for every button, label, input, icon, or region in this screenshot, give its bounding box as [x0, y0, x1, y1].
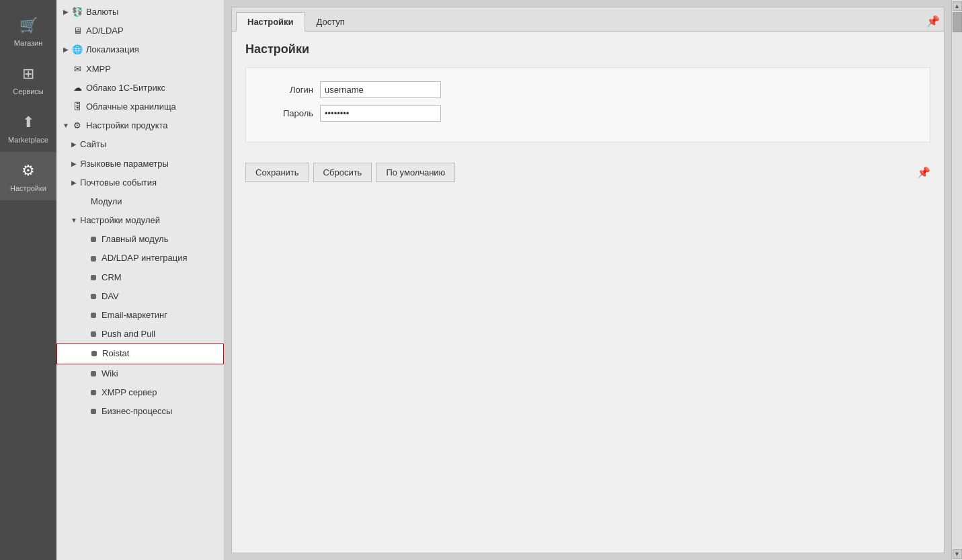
sidebar-icons: 🛒 Магазин ⊞ Сервисы ⬆ Marketplace ⚙ Наст…: [0, 0, 56, 560]
tree-item-xmpp[interactable]: ✉XMPP: [56, 60, 224, 79]
scroll-up[interactable]: ▲: [953, 1, 962, 11]
reset-button[interactable]: Сбросить: [313, 163, 372, 182]
tree-label-roistat: Roistat: [102, 348, 129, 360]
login-row: Логин: [259, 81, 916, 98]
password-label: Пароль: [259, 108, 313, 118]
arrow-icon: ▶: [62, 8, 70, 16]
sidebar-label-services: Сервисы: [13, 87, 44, 95]
tree-label-adldap: AD/LDAP: [86, 25, 124, 37]
spacer: [81, 311, 89, 319]
arrow-icon: ▶: [70, 160, 78, 168]
tree-label-xmpp-server: XMPP сервер: [102, 387, 157, 399]
product-settings-icon: ⚙: [72, 120, 83, 131]
login-input[interactable]: [320, 81, 441, 98]
settings-icon: ⚙: [17, 160, 39, 182]
arrow-icon: ▼: [70, 216, 78, 225]
spacer: [81, 292, 89, 301]
pin-icon-bottom[interactable]: 📌: [917, 166, 930, 179]
tab-access[interactable]: Доступ: [305, 12, 356, 32]
tree-label-main-module: Главный модуль: [102, 233, 168, 245]
tree-item-lang-params[interactable]: ▶Языковые параметры: [56, 155, 224, 173]
tree-label-cloud-storage: Облачные хранилища: [86, 101, 176, 113]
spacer: [81, 389, 89, 397]
tree-item-mail-events[interactable]: ▶Почтовые события: [56, 173, 224, 192]
cloud-storage-icon: 🗄: [72, 102, 83, 112]
tree-label-biz-processes: Бизнес-процессы: [102, 405, 172, 417]
bullet-icon: [91, 409, 96, 414]
password-row: Пароль: [259, 105, 916, 122]
bullet-icon: [91, 237, 96, 242]
save-button[interactable]: Сохранить: [245, 163, 309, 182]
tree-item-module-settings[interactable]: ▼Настройки модулей: [56, 211, 224, 230]
spacer: [62, 84, 70, 92]
scroll-track: [953, 12, 962, 548]
spacer: [81, 235, 89, 243]
tree-label-bitrix-cloud: Облако 1С-Битрикс: [86, 82, 165, 94]
tree-label-crm: CRM: [102, 272, 122, 284]
spacer: [81, 330, 89, 338]
bullet-icon: [91, 313, 96, 318]
adldap-icon: 🖥: [72, 26, 83, 36]
sidebar-item-shop[interactable]: 🛒 Магазин: [0, 7, 56, 55]
scroll-down[interactable]: ▼: [953, 549, 962, 559]
tree-label-wiki: Wiki: [102, 368, 118, 380]
services-icon: ⊞: [17, 63, 39, 85]
login-label: Логин: [259, 85, 313, 95]
tree-item-wiki[interactable]: Wiki: [56, 364, 224, 383]
sidebar-label-settings: Настройки: [10, 184, 46, 192]
sidebar-item-settings[interactable]: ⚙ Настройки: [0, 152, 56, 200]
bullet-icon: [91, 294, 96, 299]
tree-item-push-pull[interactable]: Push and Pull: [56, 325, 224, 344]
xmpp-icon: ✉: [72, 64, 83, 75]
tree-label-adldap-int: AD/LDAP интеграция: [102, 252, 187, 264]
spacer: [62, 65, 70, 73]
sidebar-label-marketplace: Marketplace: [8, 136, 48, 144]
tree-label-modules: Модули: [91, 196, 122, 208]
tree-item-sites[interactable]: ▶Сайты: [56, 135, 224, 154]
spacer: [81, 350, 89, 358]
scroll-thumb[interactable]: [953, 12, 962, 32]
bullet-icon: [91, 371, 96, 376]
bullet-icon: [91, 390, 96, 395]
tree-label-lang-params: Языковые параметры: [80, 158, 169, 170]
tree-item-adldap[interactable]: 🖥AD/LDAP: [56, 22, 224, 40]
tree-item-crm[interactable]: CRM: [56, 268, 224, 287]
spacer: [81, 407, 89, 415]
tree-item-main-module[interactable]: Главный модуль: [56, 230, 224, 249]
tree-item-roistat[interactable]: Roistat: [56, 344, 224, 364]
sidebar-item-services[interactable]: ⊞ Сервисы: [0, 55, 56, 104]
bitrix-cloud-icon: ☁: [72, 83, 83, 93]
tree-label-push-pull: Push and Pull: [102, 328, 155, 340]
arrow-icon: ▶: [70, 141, 78, 149]
tree-item-currencies[interactable]: ▶💱Валюты: [56, 3, 224, 22]
marketplace-icon: ⬆: [17, 112, 39, 133]
arrow-icon: ▼: [62, 122, 70, 130]
spacer: [81, 255, 89, 263]
tree-item-biz-processes[interactable]: Бизнес-процессы: [56, 402, 224, 421]
sidebar-item-marketplace[interactable]: ⬆ Marketplace: [0, 104, 56, 152]
pin-icon-top[interactable]: 📌: [926, 15, 940, 28]
tree-item-xmpp-server[interactable]: XMPP сервер: [56, 383, 224, 402]
tree-label-module-settings: Настройки модулей: [80, 214, 160, 227]
tree-label-currencies: Валюты: [86, 6, 118, 18]
tab-content: Настройки Логин Пароль Сохранить Сбросит…: [232, 32, 944, 553]
tabs-bar: НастройкиДоступ📌: [232, 7, 944, 32]
content-panel: НастройкиДоступ📌 Настройки Логин Пароль …: [231, 7, 945, 553]
tree-item-bitrix-cloud[interactable]: ☁Облако 1С-Битрикс: [56, 79, 224, 97]
tree-item-modules[interactable]: Модули: [56, 192, 224, 211]
tree-item-product-settings[interactable]: ▼⚙Настройки продукта: [56, 116, 224, 135]
tree-item-email-marketing[interactable]: Email-маркетинг: [56, 306, 224, 325]
tree-item-dav[interactable]: DAV: [56, 287, 224, 306]
tree-item-adldap-int[interactable]: AD/LDAP интеграция: [56, 249, 224, 268]
tree-item-localization[interactable]: ▶🌐Локализация: [56, 40, 224, 59]
password-input[interactable]: [320, 105, 441, 122]
tree-label-localization: Локализация: [86, 44, 139, 56]
tree-label-mail-events: Почтовые события: [80, 177, 157, 189]
shop-icon: 🛒: [17, 15, 39, 36]
action-buttons: Сохранить Сбросить По умолчанию 📌: [245, 156, 930, 189]
spacer: [62, 27, 70, 35]
tab-settings[interactable]: Настройки: [236, 12, 305, 32]
tree-item-cloud-storage[interactable]: 🗄Облачные хранилища: [56, 97, 224, 116]
default-button[interactable]: По умолчанию: [376, 163, 455, 182]
spacer: [81, 274, 89, 282]
